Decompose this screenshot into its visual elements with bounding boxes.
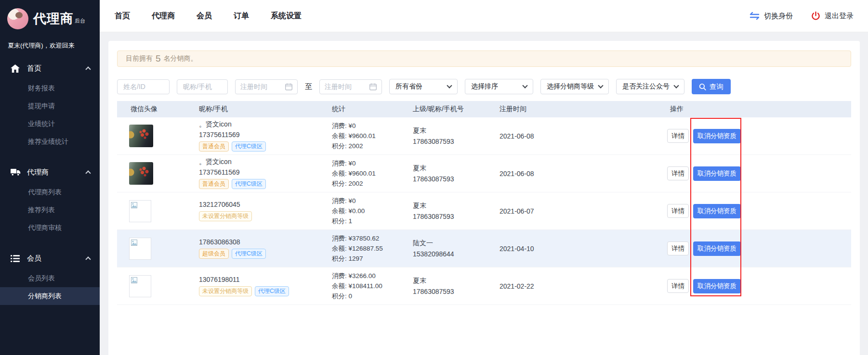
logo-suffix: 后台 — [75, 17, 85, 25]
cancel-distribution-button[interactable]: 取消分销资质 — [693, 166, 741, 181]
wechat-avatar-broken — [129, 200, 151, 222]
topnav: 首页代理商会员订单系统设置 切换身份 退出登录 — [100, 0, 868, 32]
sidebar-item[interactable]: 业绩统计 — [0, 115, 100, 133]
welcome-text: 夏末(代理商)，欢迎回来 — [0, 29, 100, 50]
wechat-avatar — [129, 125, 153, 147]
topnav-item[interactable]: 首页 — [115, 11, 130, 21]
table-header-row: 微信头像昵称/手机统计上级/昵称/手机号注册时间操作 — [117, 101, 851, 117]
topnav-actions: 切换身份 退出登录 — [750, 12, 854, 21]
level-tag: 未设置分销商等级 — [199, 211, 252, 221]
select-value: 选择分销商等级 — [547, 82, 599, 91]
table-row: 17863086308超级会员代理C级区消费: ¥37850.62余额: ¥12… — [117, 230, 851, 267]
column-header: 注册时间 — [485, 105, 662, 114]
stat-line: 消费: ¥0 — [332, 158, 402, 168]
sidebar-item[interactable]: 会员列表 — [0, 269, 100, 287]
search-button-label: 查询 — [710, 82, 723, 91]
detail-button[interactable]: 详情 — [667, 204, 689, 218]
member-phone: 17375611569 — [199, 168, 321, 176]
switch-identity-label: 切换身份 — [764, 12, 793, 21]
stat-line: 消费: ¥3266.00 — [332, 271, 402, 281]
sidebar-item[interactable]: 财务报表 — [0, 79, 100, 97]
sidebar-group-label: 代理商 — [27, 168, 86, 177]
cancel-distribution-button[interactable]: 取消分销资质 — [693, 241, 741, 256]
sidebar-item[interactable]: 分销商列表 — [0, 287, 100, 305]
search-button[interactable]: 查询 — [692, 79, 731, 94]
register-time-end-picker[interactable] — [319, 79, 382, 94]
stat-line: 积分: 1297 — [332, 254, 402, 264]
wechat-avatar-broken — [129, 275, 151, 297]
distributor-count-alert: 目前拥有 5 名分销商。 — [117, 51, 851, 67]
topnav-item[interactable]: 系统设置 — [271, 11, 302, 21]
filter-select[interactable]: 选择排序 — [465, 79, 533, 94]
logo-text: 代理商 后台 — [33, 13, 85, 25]
sidebar-group-label: 首页 — [27, 64, 86, 73]
sidebar-item[interactable]: 代理商审核 — [0, 219, 100, 237]
sidebar-group-header[interactable]: 代理商 — [0, 161, 100, 183]
logo-title: 代理商 — [33, 13, 74, 25]
register-date: 2021-02-22 — [485, 282, 662, 290]
stat-line: 余额: ¥108411.00 — [332, 281, 402, 291]
register-date: 2021-06-08 — [485, 170, 662, 178]
detail-button[interactable]: 详情 — [667, 166, 689, 180]
column-header: 统计 — [321, 105, 402, 114]
level-tag: 代理C级区 — [232, 141, 266, 152]
level-tag: 普通会员 — [199, 179, 229, 189]
parent-name: 夏末 — [413, 163, 485, 174]
table-body: 。贤文icon17375611569普通会员代理C级区消费: ¥0余额: ¥96… — [117, 117, 851, 305]
nickname-phone-input[interactable] — [177, 79, 228, 94]
register-date: 2021-06-08 — [485, 132, 662, 140]
sidebar-item[interactable]: 代理商列表 — [0, 183, 100, 201]
parent-phone: 17863087593 — [413, 211, 485, 222]
register-time-start-input[interactable] — [240, 83, 281, 90]
logo-avatar — [7, 8, 28, 29]
table-row: 。贤文icon17375611569普通会员代理C级区消费: ¥0余额: ¥96… — [117, 155, 851, 192]
sidebar-group-label: 会员 — [27, 254, 86, 263]
sidebar-item[interactable]: 推荐列表 — [0, 201, 100, 219]
parent-name: 夏末 — [413, 275, 485, 286]
stat-line: 消费: ¥0 — [332, 196, 402, 206]
member-tags: 未设置分销商等级代理C级区 — [199, 286, 321, 296]
sidebar-group-header[interactable]: 会员 — [0, 247, 100, 269]
member-tags: 未设置分销商等级 — [199, 211, 321, 221]
topnav-item[interactable]: 会员 — [197, 11, 212, 21]
sidebar-group: 代理商代理商列表推荐列表代理商审核 — [0, 161, 100, 237]
logo: 代理商 后台 — [0, 0, 100, 29]
stats-cell: 消费: ¥37850.62余额: ¥126887.55积分: 1297 — [321, 233, 402, 264]
calendar-icon — [285, 83, 292, 90]
cancel-distribution-button[interactable]: 取消分销资质 — [693, 129, 741, 143]
sidebar-group-header[interactable]: 首页 — [0, 57, 100, 79]
topnav-item[interactable]: 订单 — [234, 11, 249, 21]
stat-line: 积分: 2002 — [332, 178, 402, 189]
cancel-distribution-button[interactable]: 取消分销资质 — [693, 279, 741, 293]
select-value: 是否关注公众号 — [622, 82, 674, 91]
logout-label: 退出登录 — [825, 12, 854, 21]
detail-button[interactable]: 详情 — [667, 129, 689, 143]
member-nickname: 。贤文icon — [199, 158, 321, 166]
stat-line: 余额: ¥0.00 — [332, 206, 402, 216]
sidebar: 代理商 后台 夏末(代理商)，欢迎回来 首页财务报表提现申请业绩统计推荐业绩统计… — [0, 0, 100, 355]
sidebar-item[interactable]: 推荐业绩统计 — [0, 133, 100, 151]
cancel-distribution-button[interactable]: 取消分销资质 — [693, 204, 741, 218]
chevron-up-icon — [85, 170, 91, 176]
topnav-item[interactable]: 代理商 — [152, 11, 175, 21]
sidebar-item[interactable]: 提现申请 — [0, 97, 100, 115]
parent-name: 夏末 — [413, 200, 485, 211]
distributor-table: 微信头像昵称/手机统计上级/昵称/手机号注册时间操作 。贤文icon173756… — [117, 101, 851, 305]
filter-select[interactable]: 选择分销商等级 — [540, 79, 609, 94]
member-phone: 13076198011 — [199, 276, 321, 283]
logout-button[interactable]: 退出登录 — [811, 12, 854, 21]
table-row: 13076198011未设置分销商等级代理C级区消费: ¥3266.00余额: … — [117, 267, 851, 305]
filter-select[interactable]: 是否关注公众号 — [616, 79, 684, 94]
name-id-input[interactable] — [117, 79, 170, 94]
switch-identity-button[interactable]: 切换身份 — [750, 12, 793, 21]
detail-button[interactable]: 详情 — [667, 279, 689, 293]
parent-cell: 夏末17863087593 — [402, 200, 485, 222]
alert-count: 5 — [156, 53, 161, 64]
filter-select[interactable]: 所有省份 — [389, 79, 458, 94]
detail-button[interactable]: 详情 — [667, 241, 689, 255]
parent-phone: 17863087593 — [413, 286, 485, 297]
register-time-end-input[interactable] — [325, 83, 365, 90]
register-time-start-picker[interactable] — [235, 79, 298, 94]
stats-cell: 消费: ¥0余额: ¥9600.01积分: 2002 — [321, 158, 402, 189]
select-value: 所有省份 — [395, 82, 447, 91]
